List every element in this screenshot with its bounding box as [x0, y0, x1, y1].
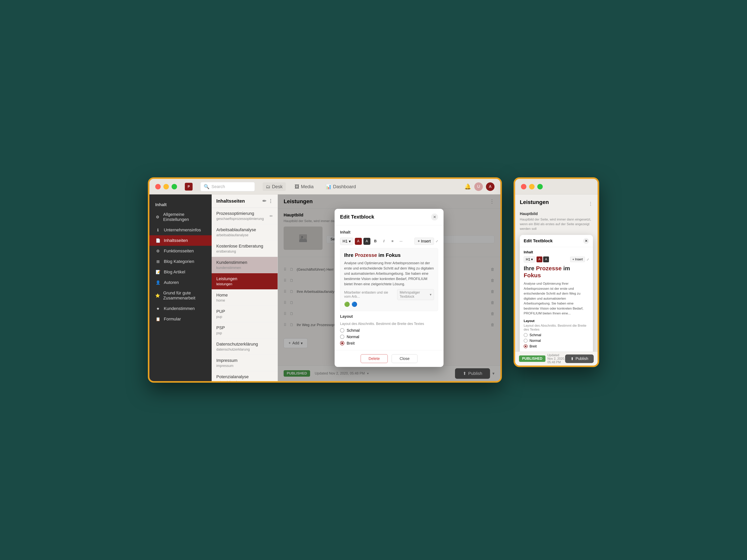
text-heading: Ihre Prozesse im Fokus	[344, 252, 434, 258]
right-modal-title: Edit Textblock	[524, 238, 553, 243]
right-modal-header: Edit Textblock ✕	[520, 235, 593, 247]
layout-title: Layout	[340, 314, 438, 319]
page-name: Potenzialanalyse	[216, 374, 273, 379]
close-button[interactable]	[155, 184, 161, 189]
expand-icon[interactable]: ⤢	[436, 239, 438, 243]
right-modal-close-button[interactable]: ✕	[583, 238, 589, 244]
sidebar-item-grund[interactable]: ⭐ Grund für gute Zusammenarbeit	[149, 288, 212, 303]
font-color-red-button[interactable]: A	[355, 238, 362, 245]
radio-label-schmal: Schmal	[347, 328, 360, 333]
page-edit-icon: ✏	[269, 214, 273, 218]
page-slug: datenschutzerklarung	[216, 347, 273, 351]
author-icon: 👤	[155, 280, 161, 285]
nav-tab-dashboard-label: Dashboard	[333, 184, 356, 189]
insert-button[interactable]: + Insert	[414, 238, 434, 245]
user-avatar-red[interactable]: A	[486, 182, 494, 191]
bold-button[interactable]: B	[372, 238, 379, 245]
radio-item-breit[interactable]: Breit	[340, 341, 438, 346]
page-item-impressum[interactable]: Impressum impressum	[212, 355, 278, 371]
dashboard-icon: 📊	[326, 184, 332, 189]
radio-item-normal[interactable]: Normal	[340, 335, 438, 339]
page-item-pup[interactable]: PUP pup	[212, 306, 278, 322]
right-body-text: Analyse und Optimierung Ihrer Arbeitspro…	[524, 281, 589, 316]
maximize-button[interactable]	[172, 184, 177, 189]
right-modal-section-label: Inhalt	[524, 250, 589, 254]
text-body: Analyse und Optimierung Ihrer Arbeitspro…	[344, 261, 434, 287]
right-modal-body: Inhalt H1 ▾ A A + Insert ⤢	[520, 247, 593, 351]
right-minimize-button[interactable]	[529, 184, 535, 189]
right-publish-label: Publish	[575, 356, 588, 361]
edit-icon[interactable]: ✏	[262, 198, 266, 204]
sidebar-item-inhaltsseiten[interactable]: 📄 Inhaltsseiten	[149, 235, 212, 246]
italic-button[interactable]: I	[381, 238, 387, 245]
right-maximize-button[interactable]	[537, 184, 543, 189]
modal-close-btn[interactable]: Close	[392, 354, 417, 363]
right-radio-breit[interactable]: Breit	[524, 344, 589, 348]
modal-delete-button[interactable]: Delete	[361, 354, 388, 363]
page-item-leistungen[interactable]: Leistungen leistungen	[212, 273, 278, 290]
text-content-area[interactable]: Ihre Prozesse im Fokus Analyse und Optim…	[340, 248, 438, 311]
bell-icon[interactable]: 🔔	[464, 183, 471, 190]
heading-selector[interactable]: H1 ▾	[340, 238, 353, 245]
sidebar-item-grund-label: Grund für gute Zusammenarbeit	[163, 291, 206, 301]
sidebar-item-blog-artikel[interactable]: 📝 Blog Artikel	[149, 267, 212, 277]
radio-label-normal: Normal	[347, 335, 359, 339]
list-button[interactable]: ≡	[389, 238, 396, 245]
right-expand-icon[interactable]: ⤢	[587, 258, 589, 261]
page-item-psp[interactable]: PSP psp	[212, 322, 278, 339]
radio-item-schmal[interactable]: Schmal	[340, 328, 438, 333]
sidebar-item-autoren[interactable]: 👤 Autoren	[149, 277, 212, 288]
right-more-icon[interactable]: ⋮	[588, 201, 593, 207]
func-icon: ⚙	[155, 249, 161, 254]
page-item-datenschutz[interactable]: Datenschutzerklärung datenschutzerklarun…	[212, 339, 278, 355]
page-item-home[interactable]: Home home	[212, 290, 278, 306]
right-heading-selector[interactable]: H1 ▾	[524, 256, 535, 263]
right-layout-radio-group: Schmal Normal Breit	[524, 333, 589, 348]
page-item-prozessoptimierung[interactable]: Prozessoptimierung geschaeftsprozessopti…	[212, 208, 278, 224]
leistungen-content: Leistungen ⋮ Hauptbild Hauptbild der Sei…	[278, 194, 500, 381]
heading-select-label: H1	[342, 239, 347, 243]
sidebar-item-blog-kategorien[interactable]: ⊞ Blog Kategorien	[149, 256, 212, 267]
sidebar-item-funktionsseiten[interactable]: ⚙ Funktionsseiten	[149, 246, 212, 256]
sidebar-item-allgemeine[interactable]: ⚙ Allgemeine Einstellungen	[149, 209, 212, 225]
grund-icon: ⭐	[155, 293, 160, 298]
page-item-erstberatung[interactable]: Kostenlose Erstberatung erstberatung	[212, 241, 278, 257]
sidebar-item-unternehmensinfos[interactable]: ℹ Unternehmensinfos	[149, 225, 212, 235]
layout-desc: Layout des Abschnitts. Bestimmt die Brei…	[340, 322, 438, 326]
right-heading-label: H1	[526, 258, 530, 262]
radio-circle-breit	[340, 341, 344, 345]
right-radio-normal[interactable]: Normal	[524, 339, 589, 343]
radio-dot-breit	[341, 342, 343, 344]
emoji-row: 🟢 🔵	[344, 301, 434, 307]
right-insert-button[interactable]: + Insert	[570, 257, 585, 262]
layout-section: Layout Layout des Abschnitts. Bestimmt d…	[340, 314, 438, 346]
right-published-badge: PUBLISHED	[519, 355, 545, 362]
right-color-dark-btn[interactable]: A	[543, 257, 549, 262]
right-status-section: PUBLISHED Updated Nov 2, 2020, 05:48 PM	[519, 353, 565, 364]
heading-end: im Fokus	[377, 252, 401, 258]
multi-col-select[interactable]: Mehrspaliger Textblock ▾	[397, 289, 434, 300]
page-slug: psp	[216, 331, 273, 335]
right-close-button[interactable]	[521, 184, 526, 189]
nav-tab-media[interactable]: 🖼 Media	[291, 182, 317, 191]
right-publish-button[interactable]: ⬆ Publish	[565, 354, 594, 363]
nav-tab-desk[interactable]: 🗂 Desk	[263, 182, 286, 191]
right-color-red-btn[interactable]: A	[537, 257, 542, 262]
user-avatar[interactable]: U	[474, 182, 483, 191]
right-radio-schmal[interactable]: Schmal	[524, 333, 589, 337]
page-item-arbeitsablauf[interactable]: Arbeitsablaufanalyse arbeitsablaufanalys…	[212, 224, 278, 241]
more-icon[interactable]: ⋮	[268, 198, 273, 204]
modal-close-button[interactable]: ✕	[431, 213, 438, 220]
page-item-kundenstimmen[interactable]: Kundenstimmen kundenstimmen	[212, 257, 278, 273]
sidebar-item-formular[interactable]: 📋 Formular	[149, 314, 212, 324]
minimize-button[interactable]	[163, 184, 169, 189]
search-bar[interactable]: 🔍 Search	[200, 182, 255, 191]
nav-tab-dashboard[interactable]: 📊 Dashboard	[323, 182, 359, 191]
page-name: Kundenstimmen	[216, 260, 273, 265]
right-hauptbild-title: Hauptbild	[520, 212, 593, 216]
sidebar-item-kundenstimmen[interactable]: ★ Kundenstimmen	[149, 303, 212, 314]
page-item-potenzial[interactable]: Potenzialanalyse potenzialanalyse	[212, 371, 278, 381]
more-toolbar-button[interactable]: ···	[397, 238, 405, 245]
page-name: Datenschutzerklärung	[216, 342, 273, 347]
font-color-dark-button[interactable]: A	[363, 238, 370, 245]
